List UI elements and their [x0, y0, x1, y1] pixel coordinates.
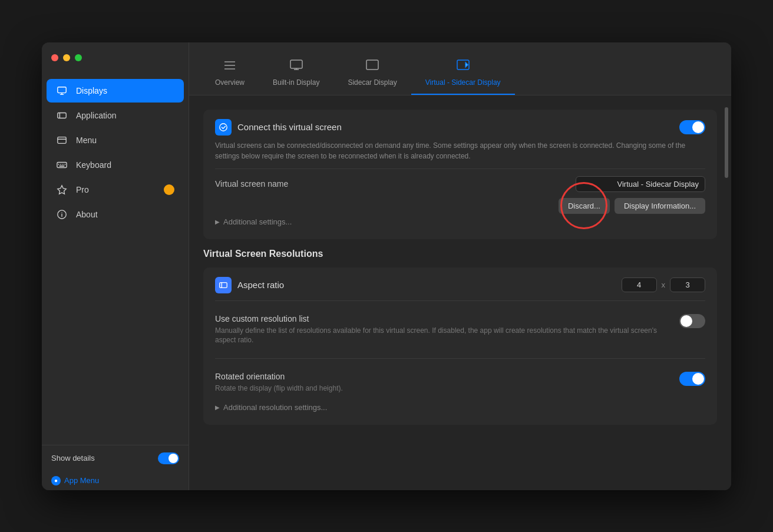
virtual-sidecar-tab-icon [454, 56, 473, 75]
discard-wrapper: Discard... [559, 198, 610, 214]
tab-bar: Overview Built-in Display [189, 42, 731, 95]
sidebar-item-pro-label: Pro [76, 185, 89, 194]
tab-sidecar-label: Sidecar Display [348, 78, 397, 87]
aspect-ratio-label: Aspect ratio [237, 280, 284, 290]
discard-button[interactable]: Discard... [559, 198, 610, 214]
svg-marker-11 [58, 185, 66, 193]
show-details-toggle[interactable] [158, 452, 179, 464]
sidebar-item-menu-label: Menu [76, 136, 97, 145]
maximize-button[interactable] [75, 54, 82, 61]
resolutions-title: Virtual Screen Resolutions [203, 249, 717, 259]
connect-card-desc: Virtual screens can be connected/disconn… [215, 140, 705, 161]
content-area: Connect this virtual screen Virtual scre… [189, 95, 731, 490]
minimize-button[interactable] [63, 54, 70, 61]
svg-rect-0 [58, 87, 66, 92]
tab-sidecar[interactable]: Sidecar Display [333, 49, 411, 95]
keyboard-icon [56, 159, 68, 171]
connect-screen-icon [215, 119, 232, 136]
sidecar-tab-icon [363, 56, 382, 75]
buttons-row: Discard... Display Information... [215, 198, 705, 214]
sidebar-footer: Show details [42, 445, 189, 471]
connect-card-title: Connect this virtual screen [237, 122, 342, 132]
connect-card: Connect this virtual screen Virtual scre… [203, 110, 717, 239]
aspect-ratio-x-input[interactable] [622, 277, 657, 292]
sidebar-item-displays-label: Displays [76, 86, 107, 95]
connect-card-header: Connect this virtual screen [215, 119, 705, 136]
sidebar-item-application-label: Application [76, 111, 117, 120]
resolutions-card: Aspect ratio x Use custom resolution lis… [203, 267, 717, 425]
virtual-screen-name-label: Virtual screen name [215, 179, 288, 189]
additional-settings-row[interactable]: ▶ Additional settings... [215, 214, 705, 230]
additional-resolution-settings-row[interactable]: ▶ Additional resolution settings... [215, 399, 705, 415]
sidebar-item-keyboard-label: Keyboard [76, 160, 111, 170]
main-area: Overview Built-in Display [189, 42, 731, 490]
tab-virtual-sidecar-label: Virtual - Sidecar Display [425, 78, 501, 87]
sidebar-item-about[interactable]: About [47, 203, 184, 226]
overview-tab-icon [220, 56, 239, 75]
sidebar-item-about-label: About [76, 210, 98, 219]
divider-2 [215, 300, 705, 301]
aspect-ratio-y-input[interactable] [670, 277, 705, 292]
x-separator: x [662, 280, 666, 289]
close-button[interactable] [51, 54, 58, 61]
connect-toggle[interactable] [679, 120, 705, 134]
additional-resolution-settings-label: Additional resolution settings... [223, 403, 327, 412]
rotated-orientation-desc: Rotate the display (flip width and heigh… [215, 384, 672, 394]
rotated-orientation-row: Rotated orientation Rotate the display (… [215, 366, 705, 399]
menu-icon [56, 134, 68, 146]
pro-icon [56, 184, 68, 196]
custom-resolution-desc: Manually define the list of resolutions … [215, 326, 672, 346]
divider-1 [215, 168, 705, 169]
pro-badge [164, 184, 174, 195]
scrollbar-thumb[interactable] [725, 107, 728, 178]
resolutions-section: Virtual Screen Resolutions Aspect rati [203, 249, 717, 425]
tab-overview[interactable]: Overview [201, 49, 259, 95]
additional-settings-label: Additional settings... [223, 217, 292, 226]
svg-rect-18 [290, 60, 302, 68]
tab-virtual-sidecar[interactable]: Virtual - Sidecar Display [411, 49, 515, 95]
chevron-right-icon: ▶ [215, 219, 220, 225]
tab-builtin[interactable]: Built-in Display [259, 49, 333, 95]
show-details-label: Show details [51, 454, 95, 462]
svg-rect-3 [58, 137, 66, 143]
custom-resolution-text: Use custom resolution list Manually defi… [215, 314, 672, 346]
connect-title-row: Connect this virtual screen [215, 119, 342, 136]
custom-resolution-toggle[interactable] [679, 314, 705, 328]
aspect-title-row: Aspect ratio [215, 277, 284, 293]
about-icon [56, 209, 68, 220]
sidebar: Displays Application [42, 42, 189, 490]
svg-rect-25 [220, 282, 227, 288]
sidebar-item-application[interactable]: Application [47, 104, 184, 127]
rotated-orientation-text: Rotated orientation Rotate the display (… [215, 372, 672, 394]
scrollbar-track[interactable] [724, 95, 729, 490]
virtual-screen-name-input[interactable] [576, 176, 705, 192]
tab-overview-label: Overview [215, 78, 245, 87]
rotated-orientation-label: Rotated orientation [215, 372, 672, 381]
rotated-toggle[interactable] [679, 372, 705, 386]
sidebar-item-menu[interactable]: Menu [47, 128, 184, 152]
svg-marker-23 [465, 62, 468, 67]
svg-rect-1 [58, 113, 66, 118]
builtin-tab-icon [287, 56, 306, 75]
sidebar-item-displays[interactable]: Displays [47, 79, 184, 103]
custom-resolution-label: Use custom resolution list [215, 314, 672, 323]
sidebar-nav: Displays Application [42, 73, 189, 445]
display-info-button[interactable]: Display Information... [615, 198, 705, 214]
app-menu-button[interactable]: ● App Menu [42, 471, 189, 490]
sidebar-item-pro[interactable]: Pro [47, 178, 184, 201]
titlebar [42, 42, 189, 73]
chevron-right-2-icon: ▶ [215, 404, 220, 411]
custom-resolution-row: Use custom resolution list Manually defi… [215, 308, 705, 352]
sidebar-item-keyboard[interactable]: Keyboard [47, 153, 184, 177]
tab-builtin-label: Built-in Display [273, 78, 319, 87]
svg-rect-21 [366, 60, 378, 70]
app-menu-label: App Menu [64, 476, 99, 485]
app-menu-dot-icon: ● [51, 476, 61, 485]
aspect-ratio-inputs: x [622, 277, 706, 292]
aspect-ratio-icon [215, 277, 232, 293]
svg-point-24 [220, 123, 227, 130]
svg-point-14 [61, 212, 62, 213]
svg-rect-5 [57, 162, 67, 167]
virtual-screen-name-row: Virtual screen name [215, 176, 705, 192]
displays-icon [56, 85, 68, 97]
